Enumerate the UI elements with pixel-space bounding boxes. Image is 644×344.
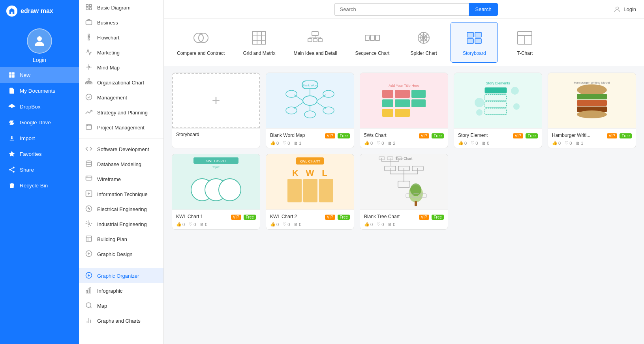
- svg-point-127: [511, 87, 519, 95]
- plus-icon: +: [212, 92, 220, 109]
- mid-item-graphic-org[interactable]: Graphic Organizer: [79, 268, 163, 283]
- svg-point-110: [323, 107, 334, 114]
- cat-item-compare[interactable]: Compare and Contract: [169, 22, 232, 63]
- mid-label-graphic: Graphic Design: [97, 251, 133, 257]
- mid-label-strategy: Strategy and Planning: [97, 110, 148, 116]
- template-title-kwl1: KWL Chart 1: [176, 214, 203, 219]
- mid-item-electrical[interactable]: Electrical Engineering: [79, 202, 163, 217]
- nav-item-import[interactable]: Import: [0, 130, 79, 146]
- storyboard-icon: [465, 28, 484, 47]
- mid-sidebar: Basic Diagram Business Flowchart Marketi…: [79, 0, 164, 344]
- nav-item-google-drive[interactable]: Google Drive: [0, 114, 79, 130]
- mid-item-info-tech[interactable]: Information Technique: [79, 187, 163, 202]
- template-card-kwl1[interactable]: KWL CHART Topic: KWL Chart 1 VIP Free: [172, 154, 260, 230]
- mid-item-wireframe[interactable]: Wireframe: [79, 172, 163, 187]
- mid-item-management[interactable]: Management: [79, 90, 163, 105]
- search-button[interactable]: Search: [469, 3, 498, 16]
- hearts-kwl1: ♡ 0: [189, 222, 196, 227]
- badge-group-kwl1: VIP Free: [231, 213, 256, 220]
- vip-badge-5ws: VIP: [419, 133, 429, 138]
- svg-rect-148: [319, 179, 333, 202]
- template-card-story-element[interactable]: Story Elements Story Element: [454, 73, 542, 148]
- template-title-row-story: Story Element VIP Free: [458, 132, 538, 139]
- mid-item-org-chart[interactable]: Organizational Chart: [79, 75, 163, 90]
- likes-kwl2: 👍 0: [270, 222, 279, 227]
- nav-item-recycle-bin[interactable]: Recycle Bin: [0, 178, 79, 193]
- svg-rect-14: [86, 21, 92, 25]
- free-badge-hamburger: Free: [620, 133, 632, 138]
- cat-item-tchart[interactable]: T-Chart: [501, 22, 548, 63]
- avatar-label: Login: [33, 57, 46, 63]
- cat-item-main-idea[interactable]: Main Idea and Detail: [286, 22, 344, 63]
- search-input[interactable]: [334, 3, 469, 16]
- template-card-tree-chart[interactable]: Tree Chart: [360, 154, 448, 230]
- template-card-5ws[interactable]: Add Your Title Here 5Ws Chart: [360, 73, 448, 148]
- nav-item-new[interactable]: New: [0, 67, 79, 83]
- mid-label-building: Building Plan: [97, 236, 127, 242]
- mid-item-project[interactable]: Project Management: [79, 120, 163, 135]
- badge-group-hamburger: VIP Free: [607, 132, 632, 139]
- database-icon: [85, 160, 93, 168]
- svg-line-101: [294, 95, 303, 101]
- mid-label-management: Management: [97, 95, 127, 101]
- cat-item-spider[interactable]: Spider Chart: [400, 22, 447, 63]
- svg-rect-155: [398, 181, 410, 187]
- template-title-tree: Blank Tree Chart: [364, 214, 400, 219]
- mid-item-software[interactable]: Software Development: [79, 142, 163, 157]
- template-stats-story: 👍 0 ♡ 0 🗎 0: [458, 140, 538, 146]
- mid-item-database[interactable]: Database Modeling: [79, 157, 163, 172]
- template-title-row-kwl1: KWL Chart 1 VIP Free: [176, 213, 256, 220]
- cat-item-grid[interactable]: Grid and Matrix: [235, 22, 283, 63]
- svg-rect-117: [395, 109, 410, 117]
- mid-item-strategy[interactable]: Strategy and Planning: [79, 105, 163, 120]
- template-card-hamburger[interactable]: Hamburger Writing Model Hamburger Writi.…: [548, 73, 636, 148]
- mid-item-basic-diagram[interactable]: Basic Diagram: [79, 0, 163, 15]
- mid-label-map: Map: [97, 303, 107, 309]
- logo-area: edraw max: [0, 0, 79, 22]
- template-thumb-kwl1: KWL CHART Topic:: [172, 154, 260, 209]
- mid-item-graphic[interactable]: Graphic Design: [79, 247, 163, 262]
- template-card-new-storyboard[interactable]: + Storyboard: [172, 73, 260, 148]
- mid-label-electrical: Electrical Engineering: [97, 206, 147, 212]
- nav-item-share[interactable]: Share: [0, 162, 79, 178]
- copies-stat-hamburger: 🗎 1: [576, 140, 583, 146]
- template-title-row: Storyboard: [176, 132, 256, 137]
- mid-item-marketing[interactable]: Marketing: [79, 45, 163, 60]
- svg-point-0: [37, 36, 42, 41]
- template-card-kwl2[interactable]: KWL CHART K W L KWL Chart 2 VIP: [266, 154, 354, 230]
- template-card-blank-word-map[interactable]: Blank Word: [266, 73, 354, 148]
- nav-item-my-documents[interactable]: My Documents: [0, 83, 79, 99]
- likes-kwl1: 👍 0: [176, 222, 185, 227]
- login-button[interactable]: Login: [613, 6, 636, 13]
- mid-item-map[interactable]: Map: [79, 298, 163, 313]
- mid-item-graphs[interactable]: Graphs and Charts: [79, 313, 163, 328]
- badge-group-story: VIP Free: [513, 132, 538, 139]
- nav-label-import: Import: [20, 135, 35, 141]
- nav-item-dropbox[interactable]: DropBox: [0, 99, 79, 114]
- svg-rect-125: [485, 102, 507, 107]
- cat-item-sequence[interactable]: Sequence Chart: [348, 22, 397, 63]
- mid-item-building[interactable]: Building Plan: [79, 232, 163, 247]
- spider-icon: [414, 28, 433, 47]
- mid-item-industrial[interactable]: Industrial Engineering: [79, 217, 163, 232]
- vip-badge-story: VIP: [513, 133, 523, 138]
- mid-item-flowchart[interactable]: Flowchart: [79, 30, 163, 45]
- nav-item-favorites[interactable]: Favorites: [0, 146, 79, 162]
- template-title-row-word-map: Blank Word Map VIP Free: [270, 132, 350, 139]
- template-thumb-story: Story Elements: [454, 73, 542, 128]
- mid-item-business[interactable]: Business: [79, 15, 163, 30]
- cat-item-storyboard[interactable]: Storyboard: [451, 22, 498, 63]
- hearts-tree: ♡ 0: [377, 222, 384, 227]
- likes-count: 0: [276, 141, 279, 146]
- mind-map-icon: [85, 64, 93, 71]
- wireframe-icon: [85, 175, 93, 183]
- svg-point-130: [577, 84, 607, 95]
- org-chart-icon: [85, 79, 93, 86]
- mid-item-infographic[interactable]: Infographic: [79, 283, 163, 298]
- mid-label-industrial: Industrial Engineering: [97, 221, 147, 227]
- mid-item-mind-map[interactable]: Mind Map: [79, 60, 163, 75]
- login-label: Login: [623, 6, 636, 12]
- svg-text:W: W: [306, 168, 314, 178]
- svg-rect-64: [253, 32, 265, 44]
- svg-line-57: [90, 307, 91, 308]
